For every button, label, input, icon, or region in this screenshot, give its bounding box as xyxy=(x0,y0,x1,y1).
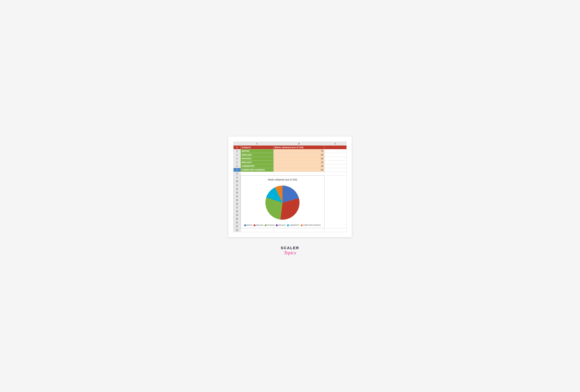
table-row: 1 Subjects Marks obtained (out of 100) xyxy=(233,146,346,149)
row-num-20: 20 xyxy=(234,217,240,221)
chart-area: Marks obtained (out of 100) xyxy=(241,176,324,228)
row-num-19: 19 xyxy=(234,213,240,217)
table-row: 4 PHYSICS 55 xyxy=(233,157,346,161)
row-num-1: 1 xyxy=(233,146,241,149)
cell-a23 xyxy=(241,228,274,232)
legend-color-physics xyxy=(265,224,267,226)
cell-b3: 95 xyxy=(274,153,324,157)
legend-color-english xyxy=(254,224,255,226)
chart-row: 9 10 11 12 13 14 15 16 17 18 19 20 21 22 xyxy=(233,176,346,228)
cell-a5: BIOLOGY xyxy=(241,161,274,164)
legend-maths: MATHS xyxy=(244,224,252,226)
table-row: 3 ENGLISH 95 xyxy=(233,153,346,157)
cell-a2: MATHS xyxy=(241,149,274,153)
legend-color-biology xyxy=(276,224,278,226)
cell-c3 xyxy=(324,153,347,157)
scaler-logo: SCALER Topics xyxy=(281,246,299,256)
col-b-header: B xyxy=(274,142,324,146)
chart-legend: MATHS ENGLISH PHYSICS xyxy=(244,224,321,226)
cell-b4: 55 xyxy=(274,157,324,161)
row-num-18: 18 xyxy=(234,209,240,213)
cell-b6: 35 xyxy=(274,164,324,168)
table-row: 8 xyxy=(233,172,346,176)
cell-a7: COMPUTER SCIENCE xyxy=(241,168,274,172)
scaler-brand-text: SCALER xyxy=(281,246,299,250)
row-num-16: 16 xyxy=(234,202,240,206)
legend-label-biology: BIOLOGY xyxy=(278,224,286,226)
row-num-11: 11 xyxy=(234,183,240,187)
table-row: 23 xyxy=(233,228,346,232)
cell-c7 xyxy=(324,168,347,172)
chart-title: Marks obtained (out of 100) xyxy=(268,178,297,181)
cell-c6 xyxy=(324,164,347,168)
table-row: 7 COMPUTER SCIENCE 64 xyxy=(233,168,346,172)
legend-computer-science: COMPUTER SCIENCE xyxy=(301,224,321,226)
cell-c23 xyxy=(324,228,347,232)
row-num-5: 5 xyxy=(233,161,241,164)
row-num-12: 12 xyxy=(234,187,240,191)
cell-a6: CHEMISTRY xyxy=(241,164,274,168)
cell-a4: PHYSICS xyxy=(241,157,274,161)
cell-b5: 20 xyxy=(274,161,324,164)
col-a-header: A xyxy=(241,142,274,146)
legend-chemistry: CHEMISTRY xyxy=(287,224,299,226)
cell-c1 xyxy=(324,146,347,149)
table-row: 2 MATHS 70 xyxy=(233,149,346,153)
row-num-7: 7 xyxy=(233,168,241,172)
col-c-header: C xyxy=(324,142,347,146)
cell-b2: 70 xyxy=(274,149,324,153)
legend-english: ENGLISH xyxy=(254,224,263,226)
legend-physics: PHYSICS xyxy=(265,224,275,226)
cell-a1: Subjects xyxy=(241,146,274,149)
legend-color-maths xyxy=(244,224,246,226)
legend-biology: BIOLOGY xyxy=(276,224,286,226)
spreadsheet-container: A B C 1 Subjects Marks obtained (out of … xyxy=(228,136,352,237)
topics-brand-text: Topics xyxy=(281,250,299,256)
row-num-21: 21 xyxy=(234,221,240,224)
cell-b1: Marks obtained (out of 100) xyxy=(274,146,324,149)
spreadsheet-table: A B C 1 Subjects Marks obtained (out of … xyxy=(233,142,347,232)
cell-b8 xyxy=(274,172,324,176)
cell-c5 xyxy=(324,161,347,164)
cell-b7: 64 xyxy=(274,168,324,172)
row-num-3: 3 xyxy=(233,153,241,157)
row-num-23: 23 xyxy=(233,228,241,232)
table-row: 6 CHEMISTRY 35 xyxy=(233,164,346,168)
legend-label-english: ENGLISH xyxy=(256,224,263,226)
row-num-4: 4 xyxy=(233,157,241,161)
cell-a8 xyxy=(241,172,274,176)
legend-label-maths: MATHS xyxy=(247,224,252,226)
row-num-22: 22 xyxy=(234,224,240,228)
legend-label-computer-science: COMPUTER SCIENCE xyxy=(303,224,321,226)
row-num-9: 9 xyxy=(234,176,240,180)
row-num-6: 6 xyxy=(233,164,241,168)
legend-label-physics: PHYSICS xyxy=(267,224,275,226)
pie-chart xyxy=(264,184,301,221)
cell-c4 xyxy=(324,157,347,161)
row-num-17: 17 xyxy=(234,206,240,209)
legend-color-chemistry xyxy=(287,224,289,226)
legend-color-computer-science xyxy=(301,224,302,226)
chart-col-c xyxy=(324,176,347,228)
row-num-14: 14 xyxy=(234,195,240,198)
row-num-8: 8 xyxy=(233,172,241,176)
cell-c2 xyxy=(324,149,347,153)
row-num-15: 15 xyxy=(234,198,240,202)
cell-a3: ENGLISH xyxy=(241,153,274,157)
corner-cell xyxy=(233,142,241,146)
row-num-2: 2 xyxy=(233,149,241,153)
cell-b23 xyxy=(274,228,324,232)
cell-c8 xyxy=(324,172,347,176)
table-row: 5 BIOLOGY 20 xyxy=(233,161,346,164)
row-num-10: 10 xyxy=(234,180,240,183)
row-num-13: 13 xyxy=(234,191,240,195)
legend-label-chemistry: CHEMISTRY xyxy=(289,224,299,226)
